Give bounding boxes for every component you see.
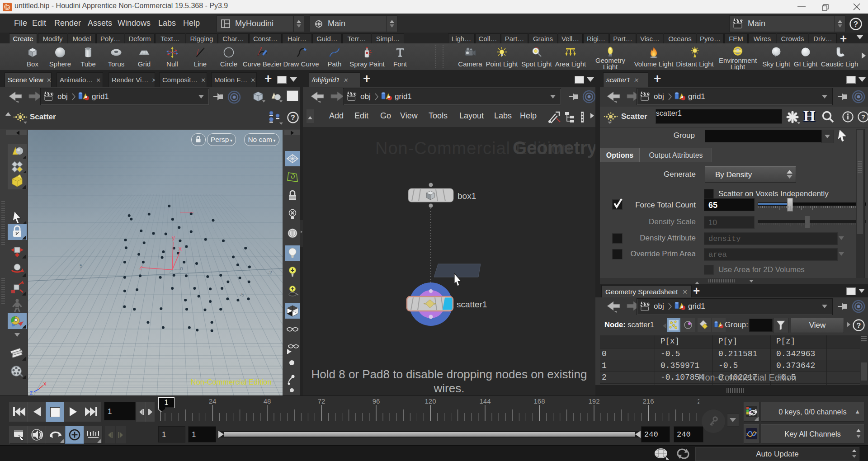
svg-text:scatter1: scatter1 — [457, 300, 487, 309]
svg-text:?: ? — [857, 322, 861, 329]
svg-text:?: ? — [854, 20, 858, 28]
svg-text:?: ? — [291, 114, 295, 122]
svg-text:?: ? — [861, 113, 865, 121]
svg-text:box1: box1 — [458, 191, 476, 201]
